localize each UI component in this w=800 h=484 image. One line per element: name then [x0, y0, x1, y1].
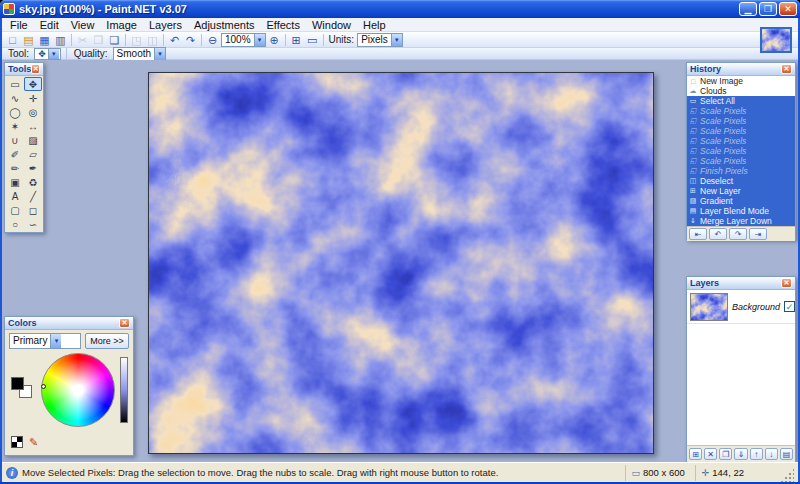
history-item[interactable]: ⇓Merge Layer Down: [687, 216, 795, 226]
history-item[interactable]: ▨Gradient: [687, 196, 795, 206]
copy-icon[interactable]: ❐: [91, 33, 106, 47]
tool-line-curve[interactable]: ╱: [24, 189, 42, 203]
open-file-icon[interactable]: ▤: [21, 33, 36, 47]
menu-edit[interactable]: Edit: [34, 18, 65, 32]
history-rewind-button[interactable]: ⇤: [689, 228, 707, 240]
menu-effects[interactable]: Effects: [261, 18, 306, 32]
tool-recolor[interactable]: ♻: [24, 175, 42, 189]
menu-view[interactable]: View: [65, 18, 101, 32]
history-item[interactable]: ◱Scale Pixels: [687, 156, 795, 166]
tool-freeform-shape[interactable]: ∽: [24, 217, 42, 231]
history-item[interactable]: ◱Scale Pixels: [687, 106, 795, 116]
redo-icon[interactable]: ↷: [183, 33, 198, 47]
canvas[interactable]: [148, 72, 654, 454]
close-icon[interactable]: ✕: [781, 64, 792, 74]
history-item[interactable]: ▭Select All: [687, 96, 795, 106]
menu-adjustments[interactable]: Adjustments: [188, 18, 261, 32]
tool-text[interactable]: A: [6, 189, 24, 203]
layer-visibility-checkbox[interactable]: ✓: [784, 301, 795, 312]
units-select[interactable]: Pixels ▾: [357, 33, 403, 47]
move-layer-down-button[interactable]: ↓: [765, 448, 778, 460]
print-icon[interactable]: ▥: [53, 33, 68, 47]
paste-icon[interactable]: ❏: [107, 33, 122, 47]
zoom-level-select[interactable]: 100% ▾: [221, 33, 266, 47]
merge-layer-down-button[interactable]: ⇓: [734, 448, 747, 460]
save-icon[interactable]: ▦: [37, 33, 52, 47]
restore-button[interactable]: ❐: [759, 2, 777, 16]
menu-layers[interactable]: Layers: [143, 18, 188, 32]
history-item[interactable]: ◫Deselect: [687, 176, 795, 186]
history-panel-titlebar[interactable]: History ✕: [687, 63, 795, 76]
resize-grip[interactable]: [780, 468, 794, 482]
primary-color-swatch[interactable]: [11, 377, 24, 390]
tool-clone-stamp[interactable]: ▣: [6, 175, 24, 189]
crop-to-selection-icon[interactable]: ◳: [129, 33, 144, 47]
history-item[interactable]: ◱Scale Pixels: [687, 136, 795, 146]
close-icon[interactable]: ✕: [31, 64, 40, 74]
history-fast-forward-button[interactable]: ⇥: [749, 228, 767, 240]
swatch-grid-icon[interactable]: [11, 436, 23, 448]
tools-panel-titlebar[interactable]: Tools ✕: [5, 63, 43, 76]
close-icon[interactable]: ✕: [119, 318, 130, 328]
tool-pan[interactable]: ↔: [24, 119, 42, 133]
menu-image[interactable]: Image: [100, 18, 143, 32]
tool-eraser[interactable]: ▱: [24, 147, 42, 161]
menu-window[interactable]: Window: [306, 18, 357, 32]
tool-rounded-rectangle[interactable]: ◻: [24, 203, 42, 217]
chevron-down-icon[interactable]: ▾: [50, 334, 61, 348]
chevron-down-icon[interactable]: ▾: [154, 48, 165, 60]
open-image-thumbnail[interactable]: [760, 27, 792, 53]
history-item[interactable]: ▤Layer Blend Mode: [687, 206, 795, 216]
tool-move-selection[interactable]: ✛: [24, 91, 42, 105]
current-tool-select[interactable]: ✥ ▾: [34, 48, 61, 60]
tool-paint-bucket[interactable]: ∪: [6, 133, 24, 147]
close-button[interactable]: ✕: [779, 2, 797, 16]
layer-properties-button[interactable]: ▤: [780, 448, 793, 460]
sky-image[interactable]: [149, 73, 653, 453]
history-item[interactable]: ◱Scale Pixels: [687, 146, 795, 156]
tool-lasso-select[interactable]: ∿: [6, 91, 24, 105]
more-options-button[interactable]: More >>: [85, 333, 129, 349]
chevron-down-icon[interactable]: ▾: [254, 34, 265, 46]
tool-color-picker[interactable]: ✒: [24, 161, 42, 175]
rulers-toggle-icon[interactable]: ▭: [305, 33, 320, 47]
zoom-in-icon[interactable]: ⊕: [267, 33, 282, 47]
history-item[interactable]: ◱Finish Pixels: [687, 166, 795, 176]
layer-row-background[interactable]: Background ✓: [687, 290, 795, 324]
tool-move-selected-pixels[interactable]: ✥: [24, 77, 42, 91]
move-layer-up-button[interactable]: ↑: [750, 448, 763, 460]
delete-layer-button[interactable]: ✕: [704, 448, 717, 460]
color-wheel[interactable]: [41, 353, 115, 427]
tool-zoom[interactable]: ◎: [24, 105, 42, 119]
titlebar[interactable]: sky.jpg (100%) - Paint.NET v3.07 ▁ ❐ ✕: [0, 0, 800, 18]
colors-panel-titlebar[interactable]: Colors ✕: [5, 317, 133, 330]
minimize-button[interactable]: ▁: [739, 2, 757, 16]
color-target-select[interactable]: Primary ▾: [9, 333, 81, 349]
cut-icon[interactable]: ✂: [75, 33, 90, 47]
color-wheel-cursor[interactable]: [41, 384, 46, 389]
history-undo-button[interactable]: ↶: [709, 228, 727, 240]
history-item[interactable]: □New Image: [687, 76, 795, 86]
history-item[interactable]: ◱Scale Pixels: [687, 126, 795, 136]
close-icon[interactable]: ✕: [781, 278, 792, 288]
undo-icon[interactable]: ↶: [167, 33, 182, 47]
zoom-out-icon[interactable]: ⊖: [205, 33, 220, 47]
brightness-slider[interactable]: [120, 357, 128, 423]
tool-rectangle-select[interactable]: ▭: [6, 77, 24, 91]
tool-ellipse-select[interactable]: ◯: [6, 105, 24, 119]
duplicate-layer-button[interactable]: ❐: [719, 448, 732, 460]
history-item[interactable]: ☁Clouds: [687, 86, 795, 96]
new-image-icon[interactable]: □: [5, 33, 20, 47]
history-item[interactable]: ⊞New Layer: [687, 186, 795, 196]
tool-pencil[interactable]: ✏: [6, 161, 24, 175]
grid-toggle-icon[interactable]: ⊞: [289, 33, 304, 47]
layers-panel-titlebar[interactable]: Layers ✕: [687, 277, 795, 290]
tool-gradient[interactable]: ▨: [24, 133, 42, 147]
chevron-down-icon[interactable]: ▾: [48, 49, 59, 59]
tool-ellipse[interactable]: ○: [6, 217, 24, 231]
quality-select[interactable]: Smooth ▾: [113, 47, 166, 61]
add-layer-button[interactable]: ⊞: [689, 448, 702, 460]
deselect-icon[interactable]: ◫: [145, 33, 160, 47]
tool-rectangle[interactable]: ▢: [6, 203, 24, 217]
chevron-down-icon[interactable]: ▾: [391, 34, 402, 46]
